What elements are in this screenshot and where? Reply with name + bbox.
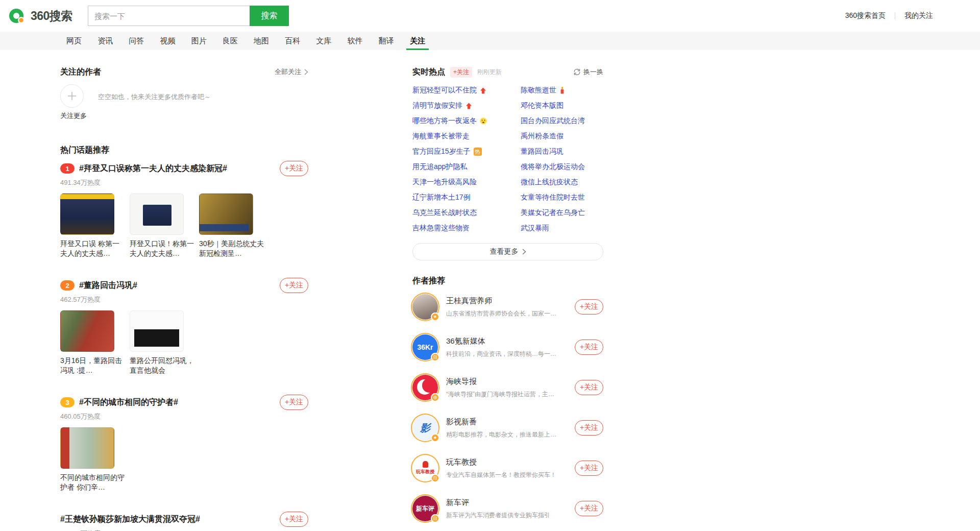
topic-title[interactable]: #拜登又口误称第一夫人的丈夫感染新冠# bbox=[79, 163, 227, 174]
author-name[interactable]: 海峡导报 bbox=[446, 377, 575, 387]
author-name[interactable]: 36氪新媒体 bbox=[446, 336, 575, 346]
topic-card-caption: 30秒｜美副总统丈夫新冠检测呈… bbox=[199, 239, 264, 258]
tab-news[interactable]: 资讯 bbox=[97, 32, 113, 50]
hot-link[interactable]: 邓伦资本版图 bbox=[521, 98, 603, 113]
empty-state-text: 空空如也，快来关注更多优质作者吧～ bbox=[98, 84, 211, 120]
topic-card[interactable]: 拜登又口误 称第一夫人的丈夫感… bbox=[60, 194, 126, 258]
topic-card[interactable]: 不同的城市相同的守护者 你们辛… bbox=[60, 427, 126, 492]
hot-link-label: 官方回应15岁生子 bbox=[412, 147, 471, 156]
author-row: 海峡导报 “海峡导报”由厦门海峡导报社运营，主… +关注 bbox=[412, 373, 603, 402]
hot-link[interactable]: 禹州粉条造假 bbox=[521, 129, 603, 144]
refresh-button[interactable]: 换一换 bbox=[573, 67, 603, 77]
topic-title[interactable]: #王楚钦孙颖莎新加坡大满贯混双夺冠# bbox=[60, 514, 200, 525]
topic-title[interactable]: #董路回击冯巩# bbox=[79, 280, 137, 291]
tab-video[interactable]: 视频 bbox=[160, 32, 176, 50]
author-name[interactable]: 影视新番 bbox=[446, 417, 575, 427]
hot-link[interactable]: 天津一地升级高风险 bbox=[412, 175, 521, 190]
my-follow-link[interactable]: 我的关注 bbox=[904, 11, 933, 20]
hot-link[interactable]: 微信上线抗疫状态 bbox=[521, 175, 603, 190]
topic-card[interactable]: 30秒｜美副总统丈夫新冠检测呈… bbox=[199, 194, 264, 258]
follow-topic-button[interactable]: +关注 bbox=[280, 395, 308, 410]
hot-link[interactable]: 武汉暴雨 bbox=[521, 221, 603, 236]
topic-card[interactable]: 董路公开回怼冯巩，直言他就会 bbox=[130, 310, 195, 375]
follow-author-button[interactable]: +关注 bbox=[575, 299, 603, 315]
all-follows-link[interactable]: 全部关注 bbox=[275, 67, 308, 77]
see-more-label: 查看更多 bbox=[490, 247, 519, 256]
refresh-label: 换一换 bbox=[583, 67, 603, 77]
hot-topic-item: #王楚钦孙颖莎新加坡大满贯混双夺冠# +关注 452.42万热度 bbox=[60, 512, 308, 531]
author-row: 36Kr 36氪新媒体 科技前沿，商业资讯，深度特稿…每一… +关注 bbox=[412, 333, 603, 361]
hot-link[interactable]: 辽宁新增本土17例 bbox=[412, 190, 521, 205]
avatar[interactable] bbox=[412, 294, 438, 320]
divider bbox=[895, 12, 895, 19]
tab-doctor[interactable]: 良医 bbox=[223, 32, 238, 50]
hot-link[interactable]: 官方回应15岁生子 热 bbox=[412, 144, 521, 159]
tab-qa[interactable]: 问答 bbox=[129, 32, 144, 50]
topic-cards: 3月16日，董路回击冯巩 :提… 董路公开回怼冯巩，直言他就会 bbox=[60, 310, 308, 375]
all-follows-label: 全部关注 bbox=[275, 67, 301, 77]
avatar-text: 新车评 bbox=[416, 504, 434, 513]
hot-link[interactable]: 俄将举办北极运动会 bbox=[521, 159, 603, 175]
hot-link[interactable]: 海航董事长被带走 bbox=[412, 129, 521, 144]
follow-topic-button[interactable]: +关注 bbox=[280, 512, 308, 527]
hot-link[interactable]: 乌克兰延长战时状态 bbox=[412, 205, 521, 221]
hot-link[interactable]: 吉林急需这些物资 bbox=[412, 221, 521, 236]
search-input[interactable] bbox=[88, 6, 250, 26]
topic-card[interactable]: 拜登又口误！称第一夫人的丈夫感… bbox=[130, 194, 195, 258]
add-author-button[interactable] bbox=[60, 84, 84, 108]
topic-card-thumbnail bbox=[199, 194, 253, 235]
hot-link[interactable]: 美媒女记者在乌身亡 bbox=[521, 205, 603, 221]
hot-link-label: 新冠轻型可以不住院 bbox=[412, 86, 477, 95]
topic-heat: 452.42万热度 bbox=[60, 529, 308, 531]
follow-author-button[interactable]: +关注 bbox=[575, 420, 603, 436]
follow-author-button[interactable]: +关注 bbox=[575, 501, 603, 516]
hot-link[interactable]: 陈敬熊逝世 bbox=[521, 83, 603, 98]
follow-author-button[interactable]: +关注 bbox=[575, 340, 603, 355]
follow-hot-badge[interactable]: +关注 bbox=[450, 67, 472, 78]
hot-link[interactable]: 用无追app护隐私 bbox=[412, 159, 521, 175]
topic-header: 1 #拜登又口误称第一夫人的丈夫感染新冠# +关注 bbox=[60, 161, 308, 176]
hot-link[interactable]: 新冠轻型可以不住院 bbox=[412, 83, 521, 98]
hot-link[interactable]: 清明节放假安排 bbox=[412, 98, 521, 113]
header-links: 360搜索首页 我的关注 bbox=[845, 11, 980, 20]
author-name[interactable]: 新车评 bbox=[446, 498, 575, 508]
author-name[interactable]: 王桂真营养师 bbox=[446, 296, 575, 306]
home-link[interactable]: 360搜索首页 bbox=[845, 11, 886, 20]
topic-title[interactable]: #不同的城市相同的守护者# bbox=[79, 397, 178, 408]
logo-text: 360搜索 bbox=[31, 8, 72, 24]
hot-link[interactable]: 哪些地方将一夜返冬 bbox=[412, 113, 521, 129]
tab-web[interactable]: 网页 bbox=[66, 32, 82, 50]
tab-wiki[interactable]: 百科 bbox=[285, 32, 300, 50]
search-button[interactable]: 搜索 bbox=[250, 6, 289, 26]
tab-follow[interactable]: 关注 bbox=[410, 32, 425, 50]
hot-link[interactable]: 国台办回应武统台湾 bbox=[521, 113, 603, 129]
follow-author-button[interactable]: +关注 bbox=[575, 461, 603, 476]
tab-software[interactable]: 软件 bbox=[348, 32, 363, 50]
avatar[interactable] bbox=[412, 375, 438, 400]
tab-translate[interactable]: 翻译 bbox=[379, 32, 394, 50]
topic-card-caption: 3月16日，董路回击冯巩 :提… bbox=[60, 356, 126, 375]
avatar[interactable]: 玩车教授 bbox=[412, 455, 438, 481]
tab-images[interactable]: 图片 bbox=[191, 32, 207, 50]
hot-link[interactable]: 董路回击冯巩 bbox=[521, 144, 603, 159]
hot-link[interactable]: 女童等待住院时去世 bbox=[521, 190, 603, 205]
topic-card[interactable]: 3月16日，董路回击冯巩 :提… bbox=[60, 310, 126, 375]
verified-badge-icon bbox=[431, 393, 439, 402]
topic-cards: 拜登又口误 称第一夫人的丈夫感… 拜登又口误！称第一夫人的丈夫感… 30秒｜美副… bbox=[60, 194, 308, 258]
avatar[interactable]: 影 bbox=[412, 415, 438, 441]
hot-link-label: 哪些地方将一夜返冬 bbox=[412, 116, 477, 126]
tab-maps[interactable]: 地图 bbox=[254, 32, 269, 50]
tab-library[interactable]: 文库 bbox=[316, 32, 331, 50]
author-name[interactable]: 玩车教授 bbox=[446, 457, 575, 467]
topic-header: 2 #董路回击冯巩# +关注 bbox=[60, 278, 308, 293]
avatar[interactable]: 新车评 bbox=[412, 496, 438, 521]
rank-badge: 1 bbox=[60, 163, 75, 174]
follow-topic-button[interactable]: +关注 bbox=[280, 161, 308, 176]
see-more-button[interactable]: 查看更多 bbox=[412, 243, 603, 260]
follow-author-button[interactable]: +关注 bbox=[575, 380, 603, 395]
hot-link-label: 国台办回应武统台湾 bbox=[521, 116, 585, 126]
avatar[interactable]: 36Kr bbox=[412, 334, 438, 360]
logo-360-search[interactable]: 360搜索 bbox=[7, 6, 72, 26]
hot-link-label: 辽宁新增本土17例 bbox=[412, 193, 471, 202]
follow-topic-button[interactable]: +关注 bbox=[280, 278, 308, 293]
